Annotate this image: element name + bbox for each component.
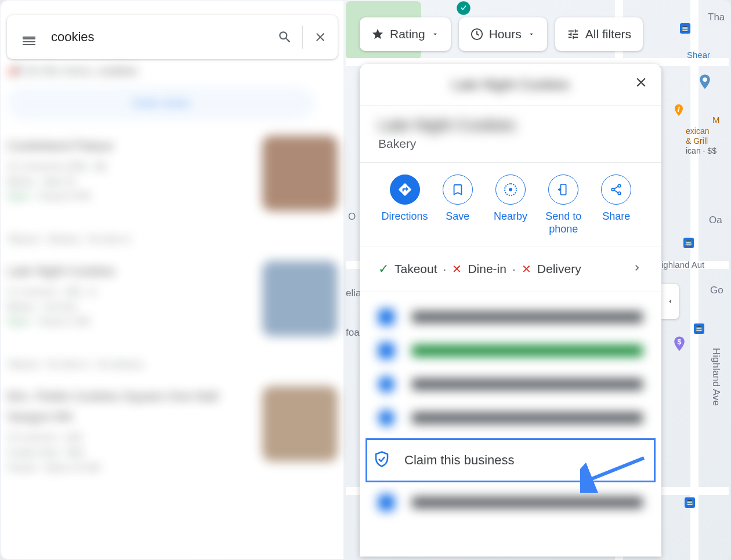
nearby-icon	[504, 183, 518, 197]
action-nearby[interactable]: Nearby	[484, 174, 537, 235]
business-pin-icon[interactable]	[696, 73, 714, 90]
street-label-go: Go	[710, 285, 723, 296]
clock-icon	[471, 28, 483, 41]
info-extra-row[interactable]	[378, 486, 643, 519]
street-label-foa: foa	[346, 327, 360, 339]
info-phone-row[interactable]	[378, 368, 643, 401]
star-icon	[371, 28, 384, 41]
x-icon: ✕	[452, 262, 462, 276]
x-icon: ✕	[522, 262, 531, 276]
action-save[interactable]: Save	[432, 174, 484, 235]
menu-line: 📣 On the menu: cookies	[7, 64, 338, 78]
order-online-button[interactable]: Order online	[7, 87, 314, 119]
bus-stop-icon[interactable]: 🚍	[680, 23, 690, 34]
results-list[interactable]: 📣 On the menu: cookies Order online Cook…	[7, 64, 338, 553]
svg-point-0	[703, 78, 707, 82]
service-options-row[interactable]: ✓ Takeout · ✕ Dine-in · ✕ Delivery	[378, 246, 643, 292]
chip-all-filters[interactable]: All filters	[555, 17, 643, 51]
result-card[interactable]: Cookieland Palace4.5 ★★★★★ (200) · $$Bak…	[7, 136, 338, 211]
result-thumb	[262, 386, 338, 461]
results-panel: 📣 On the menu: cookies Order online Cook…	[1, 1, 343, 559]
search-icon	[277, 30, 292, 45]
street-label-tha: Tha	[708, 12, 725, 23]
chip-hours[interactable]: Hours	[459, 17, 547, 51]
close-icon	[313, 30, 327, 44]
bookmark-icon	[451, 183, 464, 196]
result-thumb	[262, 261, 338, 336]
business-name: Late Night Cookies	[378, 116, 643, 134]
poi-highland-auto: ighland Aut	[661, 260, 704, 270]
svg-point-3	[509, 188, 512, 191]
bus-stop-icon[interactable]: 🚍	[694, 323, 704, 334]
chevron-down-icon	[527, 30, 535, 38]
shield-check-icon	[373, 450, 390, 470]
detail-header-title: Late Night Cookies	[452, 77, 570, 93]
service-delivery: Delivery	[537, 262, 581, 276]
bus-stop-icon[interactable]: 🚍	[685, 497, 695, 508]
money-pin-icon[interactable]: $	[671, 335, 688, 352]
street-label-o: O	[348, 211, 356, 223]
search-bar	[7, 15, 338, 59]
chevron-left-icon	[666, 297, 674, 306]
phone-icon	[557, 183, 570, 196]
tune-icon	[567, 28, 580, 41]
service-dinein: Dine-in	[468, 262, 506, 276]
poi-m: M	[712, 115, 720, 125]
directions-icon	[397, 182, 412, 197]
svg-rect-4	[561, 184, 566, 195]
detail-header: Late Night Cookies	[360, 64, 661, 106]
teal-pin-icon[interactable]	[455, 0, 472, 16]
action-directions[interactable]: Directions	[379, 174, 431, 235]
claim-business-row[interactable]: Claim this business	[366, 438, 656, 482]
result-card[interactable]: Late Night Cookies4.2 ★★★★☆ (85) · $Bake…	[7, 261, 338, 336]
filter-chips: Rating Hours All filters	[360, 17, 643, 51]
action-share[interactable]: Share	[590, 174, 642, 235]
poi-shear: Shear	[687, 50, 710, 60]
business-category: Bakery	[378, 137, 643, 151]
result-thumb	[262, 136, 338, 211]
chevron-right-icon	[631, 262, 643, 277]
bus-stop-icon[interactable]: 🚍	[683, 238, 694, 248]
poi-grill[interactable]: exican & Grill ican · $$	[686, 126, 716, 155]
close-panel-button[interactable]	[634, 75, 649, 94]
poi-grill-line1: exican	[686, 126, 709, 136]
collapse-panel-tab[interactable]	[661, 284, 679, 319]
poi-grill-line2: & Grill	[686, 136, 708, 146]
check-icon: ✓	[378, 261, 389, 277]
svg-text:$: $	[678, 338, 682, 346]
chevron-down-icon	[431, 30, 439, 38]
service-takeout: Takeout	[395, 262, 437, 276]
search-button[interactable]	[267, 30, 302, 45]
share-icon	[610, 183, 623, 196]
street-label-highland: Highland Ave	[710, 348, 722, 406]
chip-rating[interactable]: Rating	[360, 17, 451, 51]
poi-grill-line3: ican · $$	[686, 146, 716, 155]
info-address-row[interactable]	[378, 300, 643, 334]
actions-row: Directions Save Nearby Send to phone	[378, 163, 643, 246]
menu-button[interactable]	[7, 35, 51, 39]
close-icon	[634, 75, 649, 90]
info-website-row[interactable]	[378, 401, 643, 435]
restaurant-pin-icon[interactable]	[672, 103, 686, 117]
search-input[interactable]	[51, 30, 267, 45]
close-search-button[interactable]	[303, 30, 338, 44]
street-label-oa: Oa	[709, 214, 722, 226]
action-send-to-phone[interactable]: Send to phone	[537, 174, 589, 235]
business-detail-panel: Late Night Cookies Late Night Cookies Ba…	[360, 64, 661, 557]
result-card[interactable]: Mrs. Fields Cookies Square One Mall Saug…	[7, 386, 338, 475]
info-hours-row[interactable]	[378, 334, 643, 368]
claim-label: Claim this business	[404, 453, 515, 468]
